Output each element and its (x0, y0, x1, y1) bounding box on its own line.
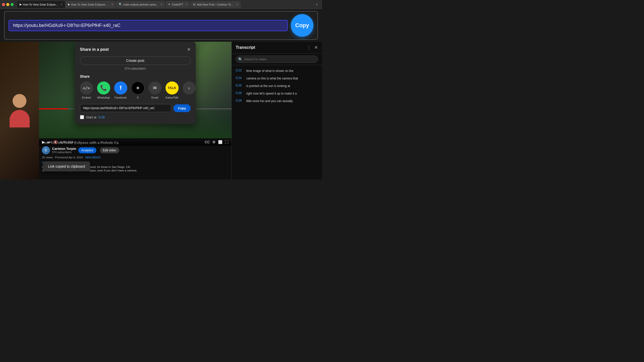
share-item-facebook[interactable]: fFacebook (114, 81, 127, 99)
next-button[interactable]: ⏭ (47, 140, 51, 144)
tab-icon: ✦ (168, 3, 170, 6)
modal-subscribers-text: 574 subscribers (80, 67, 191, 70)
transcript-line[interactable]: 0:26is pointed at the sun is looking at (232, 82, 322, 90)
transcript-timestamp: 0:26 (236, 84, 243, 88)
transcript-line[interactable]: 0:24camera so this is what the camera th… (232, 75, 322, 82)
transcript-text: is pointed at the sun is looking at (246, 84, 290, 88)
webcam-feed (0, 42, 39, 179)
transcript-timestamp: 0:29 (236, 99, 243, 103)
transcript-timestamp: 0:28 (236, 91, 243, 96)
minimize-window-button[interactable] (6, 3, 9, 6)
share-item-kakao[interactable]: TALKKakaoTalk (166, 81, 179, 99)
transcript-text: time image of what is shown on the (246, 69, 293, 73)
maximize-window-button[interactable] (11, 3, 14, 6)
create-post-button[interactable]: Create post (80, 56, 191, 65)
share-item-label-embed: Embed (82, 96, 91, 99)
transcript-text: right now let's speed it up to make it a (246, 91, 297, 96)
mute-button[interactable]: 🔇 (53, 140, 58, 144)
cc-button[interactable]: CC (205, 140, 210, 144)
transcript-menu-button[interactable]: ⋮ (307, 45, 311, 50)
tab-icon: ▶ (68, 3, 70, 6)
start-at-row: Start at 0:26 (80, 115, 191, 119)
play-button[interactable]: ▶ (42, 140, 45, 144)
transcript-search-area: 🔍 (232, 54, 322, 65)
start-at-checkbox[interactable] (80, 115, 84, 119)
tab-title: How To View Solar Eclipses w... (71, 3, 109, 6)
location-badge: SAN DIEGO (85, 156, 100, 159)
edit-video-button[interactable]: Edit video (100, 147, 119, 153)
share-more-button[interactable]: › (183, 81, 196, 95)
transcript-text: camera so this is what the camera that (246, 76, 298, 81)
traffic-lights (2, 3, 14, 6)
settings-button[interactable]: ⚙ (212, 140, 216, 144)
person-head (13, 94, 26, 108)
big-copy-button[interactable]: Copy (291, 14, 313, 37)
video-controls: ▶ ⏭ 🔇 0:26 / 2:54 CC ⚙ ⬜ ⛶ (39, 138, 231, 146)
tab-title: Add New Post ‹ Carleton Torp... (197, 3, 234, 6)
tab-icon: W (193, 3, 195, 6)
transcript-search-icon: 🔍 (238, 57, 243, 61)
share-copy-button[interactable]: Copy (173, 104, 191, 112)
video-area: ▶ ⏭ 🔇 0:26 / 2:54 CC ⚙ ⬜ ⛶ How To View S… (39, 42, 231, 179)
transcript-search-wrap: 🔍 (236, 56, 318, 63)
transcript-title: Transcript (236, 45, 255, 50)
transcript-actions: ⋮ ✕ (307, 45, 318, 50)
fullscreen-button[interactable]: ⛶ (225, 140, 228, 144)
transcript-search-input[interactable] (236, 56, 318, 63)
tab-close-icon[interactable]: ✕ (60, 3, 62, 6)
share-item-embed[interactable]: </>Embed (80, 81, 93, 99)
start-at-label: Start at (86, 115, 97, 119)
time-display: 0:26 / 2:54 (60, 141, 73, 144)
share-link-row: Copy (80, 104, 191, 112)
browser-tab-tab5[interactable]: WAdd New Post ‹ Carleton Torp...✕ (190, 1, 241, 8)
share-item-label-email: Email (151, 96, 158, 99)
transcript-line[interactable]: 0:29little more fun and you can actually (232, 97, 322, 105)
share-icon-embed: </> (80, 81, 93, 95)
tab-icon: 🔍 (119, 3, 122, 6)
share-next-icon[interactable]: › (183, 81, 196, 95)
share-icon-email: ✉ (148, 81, 162, 95)
share-item-label-whatsapp: WhatsApp (97, 96, 110, 99)
main-content: ▶ ⏭ 🔇 0:26 / 2:54 CC ⚙ ⬜ ⛶ How To View S… (0, 42, 322, 179)
theater-button[interactable]: ⬜ (218, 140, 222, 144)
share-item-label-x: X (137, 96, 139, 99)
browser-tab-tab3[interactable]: 🔍solar eclipse pinhole came...✕ (116, 1, 165, 8)
new-tab-button[interactable]: + (314, 2, 320, 7)
share-item-whatsapp[interactable]: 📞WhatsApp (97, 81, 110, 99)
share-link-input[interactable] (80, 104, 172, 112)
browser-chrome: ▶How To View Solar Eclipse...✕▶How To Vi… (0, 0, 322, 9)
share-icon-kakao: TALK (166, 81, 179, 95)
transcript-close-button[interactable]: ✕ (314, 45, 318, 50)
channel-name: Carleton Torpin (52, 147, 76, 151)
tab-close-icon[interactable]: ✕ (160, 3, 163, 6)
big-link-input[interactable] (9, 20, 288, 31)
share-label: Share (80, 74, 191, 78)
video-meta: 32 views Premiered Apr 8, 2024 SAN DIEGO (42, 156, 228, 159)
tab-title: How To View Solar Eclipse... (23, 3, 58, 6)
avatar: C (42, 146, 50, 154)
browser-tab-tab1[interactable]: ▶How To View Solar Eclipse...✕ (17, 1, 65, 8)
start-at-time[interactable]: 0:26 (98, 115, 105, 119)
browser-tab-tab2[interactable]: ▶How To View Solar Eclipses w...✕ (65, 1, 116, 8)
tab-close-icon[interactable]: ✕ (185, 3, 187, 6)
tab-close-icon[interactable]: ✕ (111, 3, 113, 6)
subscriber-count: 574 subscribers (52, 151, 76, 154)
channel-row: C Carleton Torpin 574 subscribers Analyt… (42, 146, 228, 154)
tabs-bar: ▶How To View Solar Eclipse...✕▶How To Vi… (17, 1, 312, 8)
modal-close-button[interactable]: ✕ (187, 47, 191, 52)
modal-header: Share in a post ✕ (80, 47, 191, 52)
share-item-x[interactable]: ✕X (131, 81, 144, 99)
tab-close-icon[interactable]: ✕ (236, 3, 238, 6)
share-item-label-kakao: KakaoTalk (166, 96, 178, 99)
transcript-timestamp: 0:22 (236, 69, 243, 73)
tab-title: solar eclipse pinhole came... (124, 3, 158, 6)
transcript-line[interactable]: 0:28right now let's speed it up to make … (232, 90, 322, 97)
tab-title: ChatGPT (172, 3, 183, 6)
transcript-line[interactable]: 0:22time image of what is shown on the (232, 67, 322, 75)
webcam-area (0, 42, 39, 179)
close-window-button[interactable] (2, 3, 5, 6)
analytics-button[interactable]: Analytics (78, 147, 96, 153)
transcript-lines: 0:22time image of what is shown on the0:… (232, 65, 322, 179)
share-item-email[interactable]: ✉Email (148, 81, 162, 99)
browser-tab-tab4[interactable]: ✦ChatGPT✕ (166, 1, 190, 8)
